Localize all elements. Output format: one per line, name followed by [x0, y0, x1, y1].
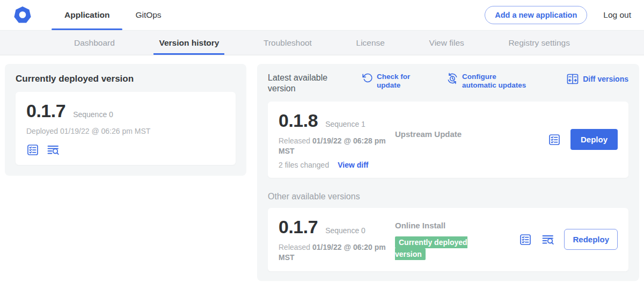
diff-versions-label: Diff versions	[583, 75, 628, 84]
preflight-checklist-icon[interactable]	[519, 233, 532, 246]
latest-version-card: 0.1.8 Sequence 1 Released 01/19/22 @ 06:…	[268, 102, 628, 178]
subnav-troubleshoot[interactable]: Troubleshoot	[258, 31, 317, 55]
main-content: Currently deployed version 0.1.7 Sequenc…	[0, 55, 644, 288]
subnav-registry-settings-label: Registry settings	[508, 38, 570, 48]
updates-header: Latest available version Check for updat…	[268, 73, 628, 94]
subnav-license-label: License	[356, 38, 385, 48]
view-files-search-icon[interactable]	[541, 233, 554, 246]
header-right: Add a new application Log out	[485, 0, 631, 30]
add-application-button[interactable]: Add a new application	[485, 6, 587, 24]
tab-application-label: Application	[64, 10, 109, 20]
preflight-checklist-icon[interactable]	[26, 143, 39, 156]
heptagon-logo-icon	[13, 5, 32, 25]
latest-version-number: 0.1.8	[279, 110, 318, 131]
top-tabs: Application GitOps	[52, 0, 174, 30]
app-logo[interactable]	[13, 0, 32, 30]
latest-released-timestamp: Released 01/19/22 @ 06:28 pm MST	[279, 136, 389, 156]
top-header: Application GitOps Add a new application…	[0, 0, 644, 31]
other-version-card: 0.1.7 Sequence 0 Released 01/19/22 @ 06:…	[268, 208, 628, 271]
tab-gitops-label: GitOps	[135, 10, 161, 20]
subnav-dashboard-label: Dashboard	[74, 38, 115, 48]
logout-link[interactable]: Log out	[603, 10, 631, 20]
view-diff-link[interactable]: View diff	[338, 161, 368, 169]
diff-versions-button[interactable]: Diff versions	[566, 73, 628, 85]
deployed-timestamp: Deployed 01/19/22 @ 06:26 pm MST	[26, 126, 225, 136]
subnav-troubleshoot-label: Troubleshoot	[264, 38, 312, 48]
configure-automatic-updates-label: Configure automatic updates	[462, 73, 531, 90]
released-prefix: Released	[279, 136, 312, 145]
check-for-update-button[interactable]: Check for update	[362, 73, 415, 90]
subnav-view-files[interactable]: View files	[424, 31, 470, 55]
other-released-timestamp: Released 01/19/22 @ 06:20 pm MST	[279, 242, 389, 263]
other-version-number: 0.1.7	[279, 217, 318, 237]
refresh-icon	[362, 73, 373, 83]
deployed-version-card: 0.1.7 Sequence 0 Deployed 01/19/22 @ 06:…	[16, 92, 236, 165]
check-for-update-label: Check for update	[377, 73, 415, 90]
configure-automatic-updates-button[interactable]: Configure automatic updates	[447, 73, 531, 90]
currently-deployed-panel: Currently deployed version 0.1.7 Sequenc…	[5, 64, 246, 176]
deployed-version-number: 0.1.7	[26, 100, 65, 121]
redeploy-button[interactable]: Redeploy	[564, 229, 618, 250]
app-subnav: Dashboard Version history Troubleshoot L…	[0, 31, 644, 55]
currently-deployed-badge: Currently deployed version	[395, 236, 467, 260]
subnav-version-history-label: Version history	[159, 38, 219, 48]
subnav-view-files-label: View files	[429, 38, 464, 48]
deploy-button[interactable]: Deploy	[570, 129, 618, 150]
preflight-checklist-icon[interactable]	[548, 133, 561, 146]
available-updates-panel: Latest available version Check for updat…	[257, 64, 639, 281]
tab-gitops[interactable]: GitOps	[122, 0, 174, 30]
subnav-license[interactable]: License	[351, 31, 390, 55]
released-prefix: Released	[279, 243, 312, 251]
subnav-registry-settings[interactable]: Registry settings	[503, 31, 575, 55]
subnav-version-history[interactable]: Version history	[153, 31, 224, 55]
other-available-versions-title: Other available versions	[268, 192, 628, 201]
latest-available-title: Latest available version	[268, 73, 339, 94]
tab-application[interactable]: Application	[52, 0, 122, 30]
files-changed-label: 2 files changed	[279, 161, 329, 169]
view-files-search-icon[interactable]	[47, 143, 60, 156]
currently-deployed-title: Currently deployed version	[16, 74, 236, 84]
subnav-dashboard[interactable]: Dashboard	[69, 31, 120, 55]
other-sequence: Sequence 0	[325, 226, 365, 235]
clock-sync-icon	[447, 73, 458, 84]
other-source-label: Online Install	[395, 221, 477, 230]
diff-columns-icon	[566, 73, 579, 85]
latest-source-label: Upstream Update	[395, 110, 462, 139]
deployed-sequence: Sequence 0	[73, 110, 113, 119]
latest-sequence: Sequence 1	[325, 120, 365, 128]
